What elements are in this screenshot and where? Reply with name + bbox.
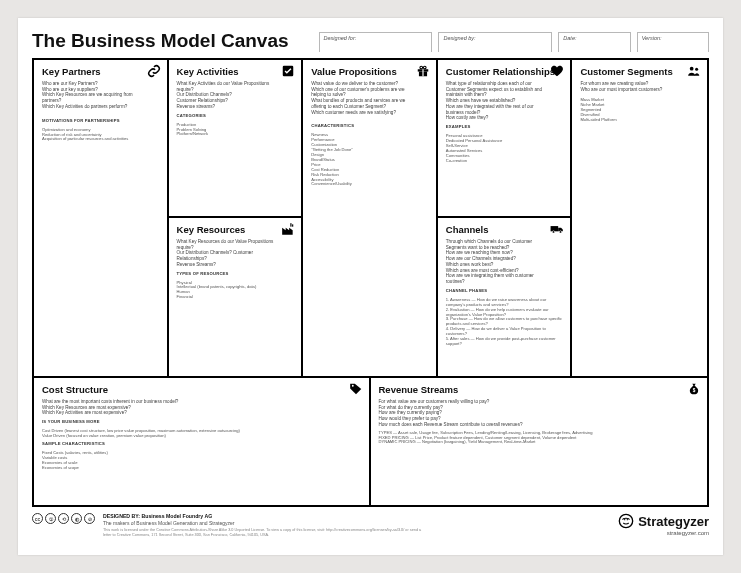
cell-sub: CHARACTERISTICSNewnessPerformanceCustomi…	[311, 121, 428, 187]
cell-questions: What value do we deliver to the customer…	[311, 81, 416, 115]
cell-title: Revenue Streams	[379, 384, 700, 395]
svg-rect-1	[291, 223, 292, 227]
cell-questions: Who are our Key Partners?Who are our key…	[42, 81, 147, 110]
svg-rect-8	[551, 226, 559, 231]
cc-sa-icon: ⟲	[58, 513, 69, 524]
cell-title: Value Propositions	[311, 66, 428, 77]
footer: cc ① ⟲ ◐ ⊘ DESIGNED BY: Business Model F…	[32, 513, 709, 547]
designed-by-tagline: The makers of Business Model Generation …	[103, 520, 423, 527]
cell-questions: What Key Activities do our Value Proposi…	[177, 81, 282, 110]
truck-icon	[550, 222, 564, 236]
col-activities-resources: Key Activities What Key Activities do ou…	[169, 60, 304, 376]
cell-sub: MOTIVATIONS FOR PARTNERSHIPSOptimization…	[42, 116, 159, 143]
brand-name: Strategyzer	[638, 514, 709, 529]
tag-icon	[349, 382, 363, 396]
cc-by-icon: ①	[45, 513, 56, 524]
cell-key-partners: Key Partners Who are our Key Partners?Wh…	[34, 60, 169, 376]
cell-questions: Through which Channels do our Customer S…	[446, 239, 551, 285]
header-row: The Business Model Canvas Designed for: …	[32, 30, 709, 52]
page-title: The Business Model Canvas	[32, 30, 289, 52]
cell-sub: IS YOUR BUSINESS MORECost Driven (leanes…	[42, 419, 361, 470]
cell-revenue-streams: Revenue Streams $ For what value are our…	[371, 378, 708, 505]
cell-sub: TYPES OF RESOURCESPhysicalIntellectual (…	[177, 271, 294, 301]
cell-customer-segments: Customer Segments For whom are we creati…	[572, 60, 707, 376]
designed-by-name: Business Model Foundry AG	[142, 513, 213, 519]
svg-text:$: $	[693, 388, 696, 393]
cc-nc-icon: ⊘	[84, 513, 95, 524]
svg-point-9	[553, 231, 555, 233]
factory-icon	[281, 222, 295, 236]
svg-rect-2	[292, 224, 293, 226]
gift-icon	[416, 64, 430, 78]
cell-channels: Channels Through which Channels do our C…	[438, 218, 571, 376]
svg-point-13	[351, 385, 353, 387]
cell-sub: Mass MarketNiche MarketSegmentedDiversif…	[580, 98, 699, 123]
upper-row: Key Partners Who are our Key Partners?Wh…	[34, 60, 707, 376]
legal-text: This work is licensed under the Creative…	[103, 528, 423, 537]
cell-title: Cost Structure	[42, 384, 361, 395]
cc-nd-icon: ◐	[71, 513, 82, 524]
brand-url: strategyzer.com	[667, 530, 709, 536]
canvas-grid: Key Partners Who are our Key Partners?Wh…	[32, 58, 709, 507]
brand-logo: Strategyzer	[618, 513, 709, 529]
svg-point-16	[624, 519, 625, 520]
cell-customer-relationships: Customer Relationships What type of rela…	[438, 60, 571, 218]
meta-designed-by[interactable]: Designed by:	[438, 32, 552, 52]
cell-sub: CHANNEL PHASES1. Awareness — How do we r…	[446, 288, 563, 347]
meta-designed-for[interactable]: Designed for:	[319, 32, 433, 52]
designed-by-label: DESIGNED BY:	[103, 513, 140, 519]
svg-point-17	[627, 519, 628, 520]
link-icon	[147, 64, 161, 78]
cell-title: Channels	[446, 224, 563, 235]
col-relationships-channels: Customer Relationships What type of rela…	[438, 60, 573, 376]
cell-sub: TYPES — Asset sale, Usage fee, Subscript…	[379, 431, 700, 446]
cell-questions: For whom are we creating value?Who are o…	[580, 81, 687, 92]
checkbox-icon	[281, 64, 295, 78]
people-icon	[687, 64, 701, 78]
svg-rect-5	[422, 69, 423, 76]
cell-questions: For what value are our customers really …	[379, 399, 667, 428]
cc-license-icons: cc ① ⟲ ◐ ⊘	[32, 513, 95, 524]
cell-cost-structure: Cost Structure What are the most importa…	[34, 378, 371, 505]
strategyzer-mark-icon	[618, 513, 634, 529]
lower-row: Cost Structure What are the most importa…	[34, 376, 707, 505]
cell-sub: EXAMPLESPersonal assistanceDedicated Per…	[446, 124, 563, 163]
cell-title: Key Activities	[177, 66, 294, 77]
cell-questions: What are the most important costs inhere…	[42, 399, 329, 416]
cell-title: Key Partners	[42, 66, 159, 77]
cell-title: Customer Relationships	[446, 66, 563, 77]
cell-value-propositions: Value Propositions What value do we deli…	[303, 60, 438, 376]
canvas-sheet: The Business Model Canvas Designed for: …	[18, 18, 723, 555]
cell-questions: What Key Resources do our Value Proposit…	[177, 239, 282, 268]
cell-questions: What type of relationship does each of o…	[446, 81, 551, 121]
heart-icon	[550, 64, 564, 78]
svg-point-15	[620, 514, 633, 527]
cell-sub: CATEGORIESProductionProblem SolvingPlatf…	[177, 113, 294, 138]
cc-icon: cc	[32, 513, 43, 524]
cell-key-activities: Key Activities What Key Activities do ou…	[169, 60, 302, 218]
svg-point-11	[690, 67, 694, 71]
meta-fields: Designed for: Designed by: Date: Version…	[319, 32, 709, 52]
cell-title: Key Resources	[177, 224, 294, 235]
money-bag-icon: $	[687, 382, 701, 396]
designed-by-block: DESIGNED BY: Business Model Foundry AG T…	[103, 513, 423, 526]
svg-point-6	[420, 66, 423, 69]
svg-point-7	[423, 66, 426, 69]
meta-date[interactable]: Date:	[558, 32, 630, 52]
svg-point-12	[695, 68, 698, 71]
cell-key-resources: Key Resources What Key Resources do our …	[169, 218, 302, 376]
meta-version[interactable]: Version:	[637, 32, 709, 52]
svg-point-10	[560, 231, 562, 233]
cell-title: Customer Segments	[580, 66, 699, 77]
